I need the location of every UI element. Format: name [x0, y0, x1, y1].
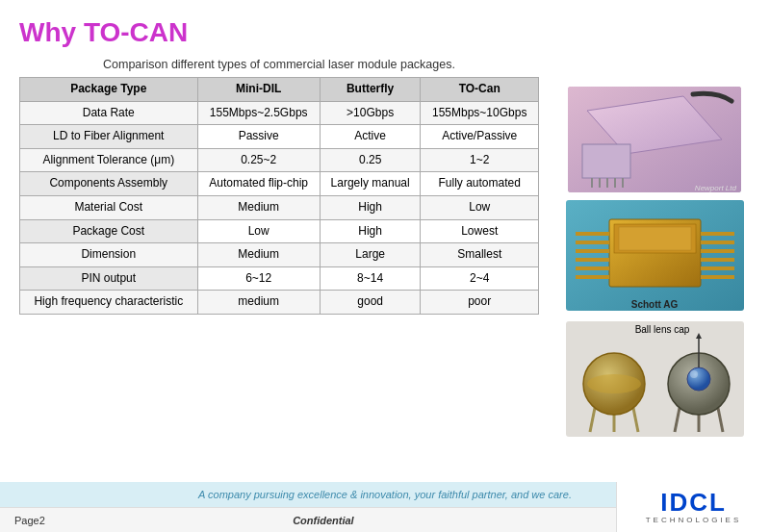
- ball-lens-image: Ball lens cap: [566, 321, 744, 440]
- comparison-table: Package Type Mini-DIL Butterfly TO-Can D…: [19, 77, 539, 315]
- schott-image-box: Schott AG: [566, 200, 744, 314]
- table-cell: Medium: [197, 243, 320, 267]
- svg-text:Newport Ltd: Newport Ltd: [695, 184, 737, 192]
- col-header-0: Package Type: [20, 78, 198, 102]
- svg-rect-12: [619, 227, 691, 250]
- page-number: Page2: [14, 515, 45, 526]
- svg-point-37: [690, 370, 698, 378]
- table-cell: Automated flip-chip: [197, 172, 320, 196]
- table-cell: Passive: [197, 125, 320, 149]
- table-area: Comparison different types of commercial…: [10, 58, 549, 440]
- logo-subtitle: TECHNOLOGIES: [646, 516, 742, 524]
- table-cell: Active/Passive: [421, 125, 539, 149]
- footer-logo: IDCL TECHNOLOGIES: [616, 482, 770, 532]
- table-cell: Smallest: [421, 243, 539, 267]
- table-cell: 2~4: [421, 266, 539, 291]
- footer-tagline: A company pursuing excellence & innovati…: [198, 489, 572, 500]
- table-cell: 155Mbps~2.5Gbps: [197, 101, 320, 125]
- table-cell: Material Cost: [20, 195, 198, 219]
- table-cell: 155Mbps~10Gbps: [421, 101, 539, 125]
- col-header-2: Butterfly: [320, 78, 421, 102]
- table-cell: 1~2: [421, 148, 539, 172]
- col-header-3: TO-Can: [421, 78, 539, 102]
- ball-lens-image-box: Ball lens cap: [566, 321, 744, 440]
- newport-image-box: Newport Ltd: [568, 87, 741, 192]
- table-cell: Dimension: [20, 243, 198, 267]
- newport-image: Newport Ltd: [568, 87, 741, 192]
- svg-point-31: [587, 374, 641, 393]
- table-cell: Low: [421, 195, 539, 219]
- table-cell: Alignment Tolerance (μm): [20, 148, 198, 172]
- svg-rect-2: [582, 144, 630, 178]
- logo-text: IDCL: [660, 490, 727, 515]
- table-cell: Low: [197, 219, 320, 243]
- col-header-1: Mini-DIL: [197, 78, 320, 102]
- table-cell: Medium: [197, 195, 320, 219]
- page-title: Why TO-CAN: [0, 0, 770, 58]
- table-cell: Fully automated: [421, 172, 539, 196]
- confidential-label: Confidential: [293, 515, 354, 526]
- table-caption: Comparison different types of commercial…: [19, 58, 539, 71]
- table-cell: Active: [320, 125, 421, 149]
- table-cell: Components Assembly: [20, 172, 198, 196]
- table-cell: High: [320, 219, 421, 243]
- table-cell: LD to Fiber Alignment: [20, 125, 198, 149]
- schott-image: Schott AG: [566, 200, 744, 314]
- table-cell: 0.25: [320, 148, 421, 172]
- table-cell: High frequency characteristic: [20, 291, 198, 315]
- table-cell: >10Gbps: [320, 101, 421, 125]
- svg-text:Schott AG: Schott AG: [630, 299, 678, 310]
- table-cell: PIN output: [20, 266, 198, 291]
- svg-text:Ball lens cap: Ball lens cap: [634, 324, 689, 335]
- table-cell: 6~12: [197, 266, 320, 291]
- images-area: Newport Ltd: [549, 58, 760, 440]
- table-cell: medium: [197, 291, 320, 315]
- table-cell: 8~14: [320, 266, 421, 291]
- table-cell: Lowest: [421, 219, 539, 243]
- table-cell: Package Cost: [20, 219, 198, 243]
- table-cell: Data Rate: [20, 101, 198, 125]
- table-cell: Largely manual: [320, 172, 421, 196]
- table-cell: good: [320, 291, 421, 315]
- table-cell: Large: [320, 243, 421, 267]
- table-cell: poor: [421, 291, 539, 315]
- page-footer: A company pursuing excellence & innovati…: [0, 482, 770, 532]
- table-cell: High: [320, 195, 421, 219]
- table-cell: 0.25~2: [197, 148, 320, 172]
- svg-point-36: [687, 367, 710, 391]
